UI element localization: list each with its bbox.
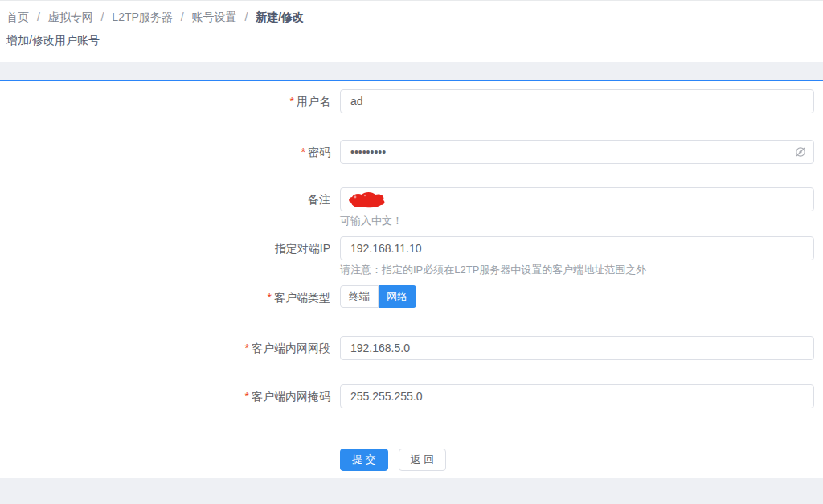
- remark-hint: 可输入中文！: [340, 215, 814, 227]
- peer-ip-input[interactable]: [340, 236, 814, 260]
- client-type-row: *客户端类型 终端 网络: [0, 285, 823, 309]
- remark-label: 备注: [0, 187, 340, 211]
- breadcrumb-separator: /: [37, 10, 40, 23]
- required-marker: *: [245, 390, 249, 403]
- peer-ip-label: 指定对端IP: [0, 236, 340, 260]
- remark-row: 备注 可输入中文！: [0, 187, 823, 227]
- peer-ip-hint: 请注意：指定的IP必须在L2TP服务器中设置的客户端地址范围之外: [340, 264, 814, 276]
- breadcrumb-separator: /: [101, 10, 104, 23]
- eye-off-icon[interactable]: [794, 140, 807, 164]
- breadcrumb-item-new-modify: 新建/修改: [256, 10, 304, 23]
- password-input[interactable]: [340, 140, 814, 164]
- tab-band-active-underline: [0, 62, 823, 81]
- client-type-option-network[interactable]: 网络: [379, 285, 416, 308]
- client-type-radio-group: 终端 网络: [340, 285, 416, 308]
- page-title: 增加/修改用户账号: [0, 23, 823, 47]
- breadcrumb-separator: /: [244, 10, 248, 23]
- client-subnet-row: *客户端内网网段: [0, 336, 823, 360]
- username-input[interactable]: [340, 89, 814, 113]
- required-marker: *: [301, 145, 305, 158]
- breadcrumb: 首页 / 虚拟专网 / L2TP服务器 / 账号设置 / 新建/修改: [0, 1, 823, 23]
- footer-bar: [0, 478, 823, 504]
- breadcrumb-separator: /: [181, 10, 184, 23]
- submit-button[interactable]: 提 交: [340, 449, 388, 471]
- breadcrumb-item-account-settings[interactable]: 账号设置: [191, 10, 236, 23]
- client-type-label: *客户端类型: [0, 285, 340, 309]
- peer-ip-row: 指定对端IP 请注意：指定的IP必须在L2TP服务器中设置的客户端地址范围之外: [0, 236, 823, 276]
- client-subnet-input[interactable]: [340, 336, 814, 360]
- remark-input[interactable]: [340, 187, 814, 211]
- client-mask-input[interactable]: [340, 384, 814, 408]
- breadcrumb-item-vpn[interactable]: 虚拟专网: [48, 10, 93, 23]
- username-row: *用户名: [0, 89, 823, 113]
- required-marker: *: [268, 291, 272, 304]
- client-mask-label: *客户端内网掩码: [0, 384, 340, 408]
- client-mask-row: *客户端内网掩码: [0, 384, 823, 408]
- breadcrumb-item-l2tp-server[interactable]: L2TP服务器: [112, 10, 172, 23]
- breadcrumb-item-home[interactable]: 首页: [6, 10, 29, 23]
- username-label: *用户名: [0, 89, 340, 113]
- form-actions: 提 交 返 回: [340, 449, 823, 471]
- password-label: *密码: [0, 140, 340, 164]
- password-row: *密码: [0, 140, 823, 164]
- required-marker: *: [290, 95, 294, 108]
- client-subnet-label: *客户端内网网段: [0, 336, 340, 360]
- back-button[interactable]: 返 回: [399, 449, 447, 471]
- client-type-option-terminal[interactable]: 终端: [340, 285, 379, 308]
- required-marker: *: [245, 342, 249, 354]
- user-account-form: *用户名 *密码 备注: [0, 81, 823, 471]
